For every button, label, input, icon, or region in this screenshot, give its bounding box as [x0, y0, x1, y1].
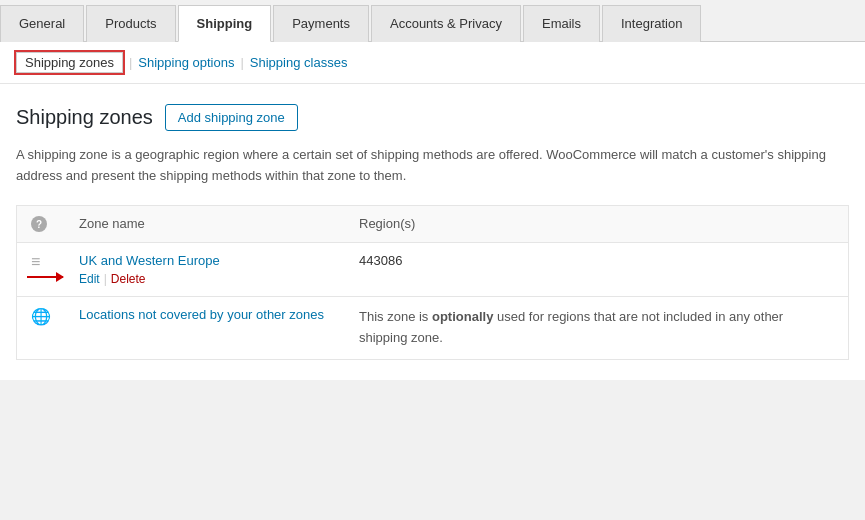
tab-accounts-privacy[interactable]: Accounts & Privacy	[371, 5, 521, 42]
page-description: A shipping zone is a geographic region w…	[16, 145, 849, 187]
add-shipping-zone-button[interactable]: Add shipping zone	[165, 104, 298, 131]
help-icon[interactable]: ?	[31, 216, 47, 232]
drag-handle-icon[interactable]: ≡	[31, 253, 40, 271]
table-row-uk-western-europe: ≡ UK and Western Europe	[17, 243, 849, 297]
uncovered-description: This zone is optionally used for regions…	[359, 309, 783, 345]
tabs-bar: General Products Shipping Payments Accou…	[0, 0, 865, 42]
col-header-zone-name: Zone name	[65, 205, 345, 243]
uncovered-zone-cell: Locations not covered by your other zone…	[65, 297, 345, 360]
row-actions: Edit | Delete	[79, 272, 146, 286]
delete-link[interactable]: Delete	[111, 272, 146, 286]
page-title-row: Shipping zones Add shipping zone	[16, 104, 849, 131]
edit-link[interactable]: Edit	[79, 272, 100, 286]
uncovered-description-cell: This zone is optionally used for regions…	[345, 297, 849, 360]
subnav-shipping-classes[interactable]: Shipping classes	[250, 55, 348, 70]
zone-cell-inner: UK and Western Europe Edit |	[79, 253, 331, 286]
table-row-uncovered: 🌐 Locations not covered by your other zo…	[17, 297, 849, 360]
regions-cell: 443086	[345, 243, 849, 297]
optionally-bold: optionally	[432, 309, 493, 324]
action-sep: |	[104, 272, 107, 286]
main-content: Shipping zones Add shipping zone A shipp…	[0, 84, 865, 380]
tab-shipping[interactable]: Shipping	[178, 5, 272, 42]
drag-cell: ≡	[17, 243, 66, 297]
shipping-zones-table: ? Zone name Region(s) ≡ UK and Western E…	[16, 205, 849, 360]
tab-emails[interactable]: Emails	[523, 5, 600, 42]
tab-products[interactable]: Products	[86, 5, 175, 42]
col-header-regions: Region(s)	[345, 205, 849, 243]
uncovered-zone-name: Locations not covered by your other zone…	[79, 307, 331, 322]
globe-cell: 🌐	[17, 297, 66, 360]
table-header-row: ? Zone name Region(s)	[17, 205, 849, 243]
tab-general[interactable]: General	[0, 5, 84, 42]
zone-name-link[interactable]: UK and Western Europe	[79, 253, 331, 268]
col-header-icon: ?	[17, 205, 66, 243]
subnav-shipping-zones[interactable]: Shipping zones	[16, 52, 123, 73]
globe-icon: 🌐	[31, 308, 51, 325]
subnav-sep-2: |	[240, 55, 243, 70]
uncovered-zone-link[interactable]: Locations not covered by your other zone…	[79, 307, 331, 322]
sub-nav: Shipping zones | Shipping options | Ship…	[0, 42, 865, 84]
subnav-shipping-options[interactable]: Shipping options	[138, 55, 234, 70]
tab-integration[interactable]: Integration	[602, 5, 701, 42]
tab-payments[interactable]: Payments	[273, 5, 369, 42]
subnav-sep-1: |	[129, 55, 132, 70]
zone-name-cell: UK and Western Europe Edit |	[65, 243, 345, 297]
page-title: Shipping zones	[16, 106, 153, 129]
